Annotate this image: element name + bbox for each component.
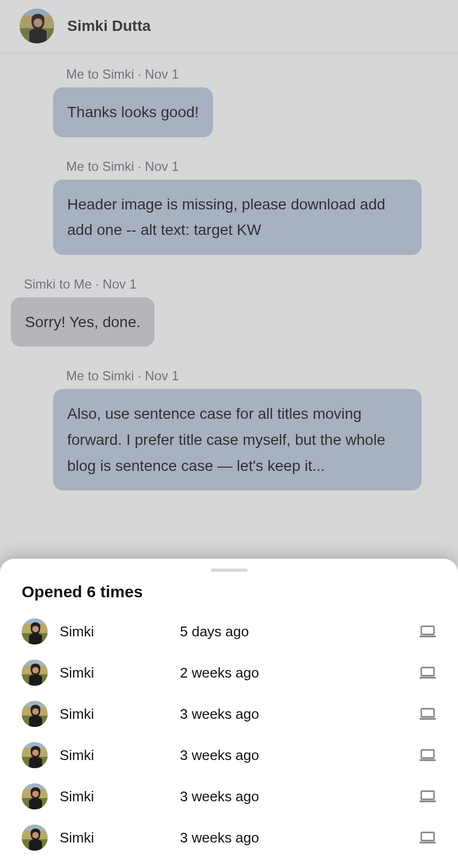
open-row[interactable]: Simki 5 days ago: [0, 611, 458, 652]
opener-avatar: [22, 618, 48, 644]
opener-avatar: [22, 783, 48, 809]
message-in: Simki to Me · Nov 1 Sorry! Yes, done.: [11, 277, 154, 347]
opener-avatar: [22, 660, 48, 686]
opened-when: 3 weeks ago: [180, 829, 407, 846]
opens-bottom-sheet: Opened 6 times Simki 5 days ago Simki 2 …: [0, 559, 458, 868]
opened-when: 3 weeks ago: [180, 706, 407, 723]
message-bubble[interactable]: Thanks looks good!: [53, 87, 213, 137]
opener-name: Simki: [60, 747, 168, 764]
chat-header: Simki Dutta: [0, 0, 458, 54]
message-meta: Me to Simki · Nov 1: [53, 368, 422, 384]
message-out: Me to Simki · Nov 1 Thanks looks good!: [53, 67, 213, 137]
opener-name: Simki: [60, 829, 168, 846]
message-meta: Me to Simki · Nov 1: [53, 159, 422, 174]
open-row[interactable]: Simki 2 weeks ago: [0, 652, 458, 693]
message-out: Me to Simki · Nov 1 Header image is miss…: [53, 159, 422, 255]
opened-when: 3 weeks ago: [180, 747, 407, 764]
laptop-icon: [419, 829, 436, 846]
open-row[interactable]: Simki 3 weeks ago: [0, 735, 458, 776]
laptop-icon: [419, 664, 436, 681]
message-bubble[interactable]: Header image is missing, please download…: [53, 180, 422, 255]
opener-name: Simki: [60, 665, 168, 681]
laptop-icon: [419, 623, 436, 640]
contact-avatar[interactable]: [20, 9, 54, 43]
laptop-icon: [419, 705, 436, 723]
open-row[interactable]: Simki 3 weeks ago: [0, 817, 458, 858]
message-bubble[interactable]: Also, use sentence case for all titles m…: [53, 389, 422, 490]
sheet-grab-handle[interactable]: [211, 569, 248, 572]
open-row[interactable]: Simki 3 weeks ago: [0, 693, 458, 735]
contact-name[interactable]: Simki Dutta: [67, 17, 151, 35]
message-meta: Simki to Me · Nov 1: [11, 277, 154, 292]
opener-name: Simki: [60, 706, 168, 723]
laptop-icon: [419, 746, 436, 764]
opener-avatar: [22, 825, 48, 851]
opens-list: Simki 5 days ago Simki 2 weeks ago Simki…: [0, 611, 458, 858]
opened-when: 2 weeks ago: [180, 665, 407, 681]
message-meta: Me to Simki · Nov 1: [53, 67, 213, 82]
message-out: Me to Simki · Nov 1 Also, use sentence c…: [53, 368, 422, 490]
message-thread: Me to Simki · Nov 1 Thanks looks good! M…: [0, 54, 458, 490]
sheet-title: Opened 6 times: [0, 583, 458, 611]
opener-avatar: [22, 742, 48, 768]
opener-name: Simki: [60, 623, 168, 640]
opener-avatar: [22, 701, 48, 727]
opener-name: Simki: [60, 788, 168, 805]
opened-when: 5 days ago: [180, 623, 407, 640]
laptop-icon: [419, 788, 436, 805]
opened-when: 3 weeks ago: [180, 788, 407, 805]
message-bubble[interactable]: Sorry! Yes, done.: [11, 297, 154, 347]
open-row[interactable]: Simki 3 weeks ago: [0, 776, 458, 817]
